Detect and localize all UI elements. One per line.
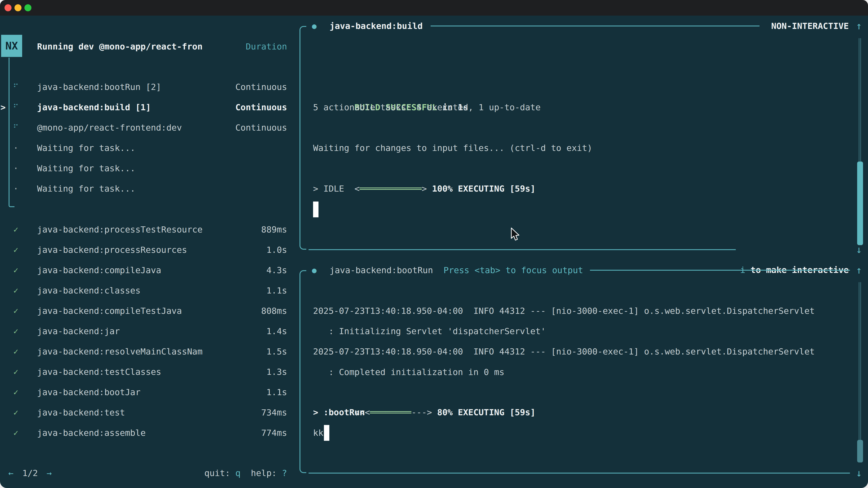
task-row[interactable]: ✓ java-backend:bootJar 1.1s <box>0 382 294 402</box>
task-row[interactable]: ✓ java-backend:testClasses 1.3s <box>0 362 294 382</box>
minimize-button[interactable] <box>14 4 22 11</box>
bootrun-scrollbar-thumb[interactable] <box>857 440 863 462</box>
task-duration: Continuous <box>235 118 287 138</box>
task-status-bullet: ● <box>312 16 316 36</box>
task-duration: 1.4s <box>266 321 287 341</box>
make-interactive-hint: i to make interactive <box>699 239 849 260</box>
task-row[interactable]: ✓ java-backend:processResources 1.0s <box>0 240 294 260</box>
non-interactive-badge: NON-INTERACTIVE <box>771 16 849 36</box>
task-duration: 889ms <box>261 219 287 240</box>
task-label: java-backend:bootJar <box>37 382 141 402</box>
build-pane-border <box>300 26 306 250</box>
task-label: java-backend:build [1] <box>37 97 151 118</box>
build-pane-title: java-backend:build <box>330 16 423 36</box>
run-command-title: Running dev @mono-app/react-fron <box>37 36 246 57</box>
check-icon: ✓ <box>9 382 23 402</box>
task-row[interactable]: ✓ java-backend:processTestResource 889ms <box>0 219 294 240</box>
task-label: java-backend:processTestResource <box>37 219 203 240</box>
task-duration: 1.1s <box>266 382 287 402</box>
sidebar-header: Running dev @mono-app/react-fron Duratio… <box>0 36 294 57</box>
task-sidebar: NX Running dev @mono-app/react-fron Dura… <box>0 15 294 488</box>
task-label: java-backend:test <box>37 402 125 423</box>
task-duration: Continuous <box>235 77 287 97</box>
task-label: java-backend:resolveMainClassNam <box>37 341 203 362</box>
bootrun-prompt-line: > :bootRun <box>313 402 365 422</box>
task-label: java-backend:compileJava <box>37 260 161 281</box>
spinner-icon: ⠋ <box>9 77 23 97</box>
check-icon: ✓ <box>9 362 23 382</box>
task-duration: 1.5s <box>266 341 287 362</box>
log-line: 2025-07-23T13:40:18.950-04:00 INFO 44312… <box>313 341 815 362</box>
terminal-window: NX Running dev @mono-app/react-fron Dura… <box>0 0 868 488</box>
progress-label: 80% EXECUTING [59s] <box>432 408 535 417</box>
task-duration: 4.3s <box>266 260 287 281</box>
nx-tui-screen: NX Running dev @mono-app/react-fron Dura… <box>0 15 868 488</box>
task-label: @mono-app/react-frontend:dev <box>37 118 182 138</box>
task-label: java-backend:jar <box>37 321 120 341</box>
bootrun-scrollbar-track[interactable] <box>859 282 861 461</box>
task-row[interactable]: ✓ java-backend:compileTestJava 808ms <box>0 301 294 321</box>
help-bar: quit: q help: ? <box>0 463 287 483</box>
task-label: java-backend:classes <box>37 281 141 301</box>
scroll-up-icon[interactable]: ↑ <box>851 16 867 36</box>
completed-task-list: ✓ java-backend:processTestResource 889ms… <box>0 219 294 443</box>
scroll-down-icon[interactable]: ↓ <box>851 463 867 483</box>
duration-column-header: Duration <box>246 36 287 57</box>
task-status-bullet: ● <box>312 260 316 281</box>
task-row[interactable]: ✓ java-backend:test 734ms <box>0 402 294 423</box>
focus-output-hint: Press <tab> to focus output <box>443 260 583 281</box>
idle-prompt-line: > IDLE <box>313 178 344 199</box>
progress-fill: ════════ <box>370 408 411 417</box>
task-row[interactable]: ✓ java-backend:jar 1.4s <box>0 321 294 341</box>
log-line: : Initializing Servlet 'dispatcherServle… <box>313 321 546 341</box>
task-row-waiting: · Waiting for task... <box>0 158 294 178</box>
help-key: ? <box>282 463 287 483</box>
help-label: help: <box>241 463 282 483</box>
bootrun-pane-footer-rule <box>309 473 850 474</box>
mouse-cursor <box>510 228 522 243</box>
waiting-dot-icon: · <box>9 178 23 199</box>
progress-cap-left: < <box>354 184 360 194</box>
spinner-icon: ⠋ <box>9 97 23 118</box>
task-label: Waiting for task... <box>37 178 135 199</box>
task-duration: 1.0s <box>266 240 287 260</box>
task-row[interactable]: ⠋ java-backend:bootRun [2] Continuous <box>0 77 294 97</box>
spinner-icon: ⠋ <box>9 118 23 138</box>
check-icon: ✓ <box>9 402 23 423</box>
task-row[interactable]: ⠋ @mono-app/react-frontend:dev Continuou… <box>0 118 294 138</box>
quit-label: quit: <box>204 463 235 483</box>
check-icon: ✓ <box>9 281 23 301</box>
task-row-waiting: · Waiting for task... <box>0 178 294 199</box>
progress-cap-right: > <box>422 184 427 194</box>
task-row-selected[interactable]: ⠋ java-backend:build [1] Continuous <box>0 97 294 118</box>
quit-key: q <box>235 463 241 483</box>
terminal-cursor <box>313 201 318 217</box>
task-row-waiting: · Waiting for task... <box>0 138 294 158</box>
running-task-list: ⠋ java-backend:bootRun [2] Continuous ⠋ … <box>0 77 294 199</box>
maximize-button[interactable] <box>24 4 31 11</box>
bootrun-pane-header-rule <box>590 270 850 271</box>
waiting-dot-icon: · <box>9 158 23 178</box>
build-pane-header-rule <box>431 26 760 26</box>
task-row[interactable]: ✓ java-backend:assemble 774ms <box>0 423 294 443</box>
scroll-up-icon[interactable]: ↑ <box>851 260 867 281</box>
task-duration: 1.3s <box>266 362 287 382</box>
task-row[interactable]: ✓ java-backend:classes 1.1s <box>0 281 294 301</box>
bootrun-pane-title: java-backend:bootRun <box>330 260 433 281</box>
task-label: java-backend:compileTestJava <box>37 301 182 321</box>
build-scrollbar-thumb[interactable] <box>857 162 863 245</box>
build-result-line: BUILD SUCCESSFUL in 1s <box>313 77 468 97</box>
task-label: Waiting for task... <box>37 158 135 178</box>
close-button[interactable] <box>4 4 11 11</box>
task-duration: 1.1s <box>266 281 287 301</box>
task-row[interactable]: ✓ java-backend:compileJava 4.3s <box>0 260 294 281</box>
progress-label: 100% EXECUTING [59s] <box>427 184 535 194</box>
task-duration: Continuous <box>235 97 287 118</box>
check-icon: ✓ <box>9 219 23 240</box>
task-row[interactable]: ✓ java-backend:resolveMainClassNam 1.5s <box>0 341 294 362</box>
tasks-summary-line: 5 actionable tasks: 4 executed, 1 up-to-… <box>313 97 541 118</box>
task-duration: 774ms <box>261 423 287 443</box>
check-icon: ✓ <box>9 240 23 260</box>
task-label: java-backend:bootRun [2] <box>37 77 161 97</box>
user-input-text[interactable]: kk <box>313 423 323 443</box>
